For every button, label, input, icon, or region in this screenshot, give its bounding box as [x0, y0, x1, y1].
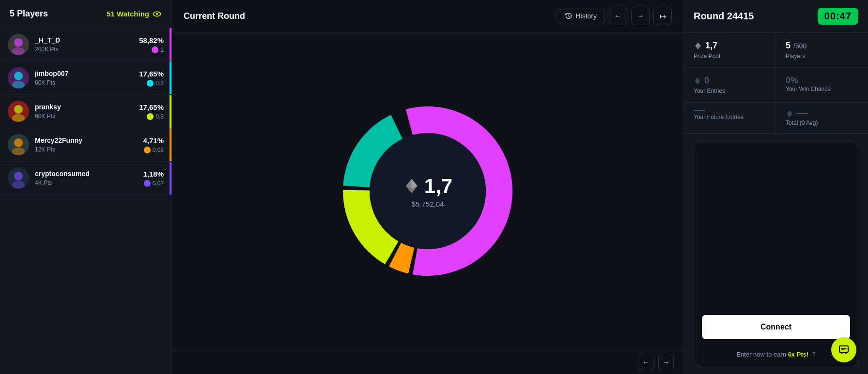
svg-marker-14 [412, 179, 418, 189]
timer: 00:47 [818, 8, 858, 25]
connect-inner [694, 142, 858, 307]
eth-dot [144, 180, 151, 187]
player-pts: 60K Pts [35, 79, 139, 86]
player-right: 58,82% 1 [139, 36, 164, 53]
player-eth-value: 0,08 [153, 147, 164, 153]
player-item[interactable]: Mercy22Funny12K Pts 4,71% 0,08 [0, 128, 171, 162]
player-eth-value: 1 [160, 46, 164, 53]
svg-point-10 [14, 172, 23, 180]
future-dash [694, 110, 705, 111]
connect-button[interactable]: Connect [702, 315, 850, 339]
player-item[interactable]: _H_T_D200K Pts 58,82% 1 [0, 28, 171, 61]
entries-cell: 0 Your Entries [684, 68, 776, 103]
player-pts: 60K Pts [35, 113, 139, 120]
player-pts: 12K Pts [35, 146, 143, 153]
player-avatar [8, 167, 29, 189]
color-bar [170, 95, 171, 128]
svg-point-4 [14, 72, 23, 80]
total-value [786, 110, 858, 118]
player-pct: 58,82% [139, 36, 164, 45]
eth-icon-total [786, 110, 793, 118]
svg-point-3 [12, 47, 25, 55]
player-pct: 17,65% [139, 70, 164, 78]
player-avatar [8, 34, 29, 55]
question-icon[interactable]: ? [812, 351, 816, 358]
player-pct: 4,71% [143, 136, 164, 145]
prev-button[interactable]: ← [609, 7, 627, 25]
svg-point-8 [14, 138, 23, 147]
svg-point-7 [12, 114, 25, 122]
eth-dot [147, 80, 154, 87]
svg-point-2 [14, 38, 23, 47]
left-header: 5 Players 51 Watching [0, 0, 171, 28]
eye-icon [152, 9, 162, 19]
player-info: _H_T_D200K Pts [35, 36, 139, 53]
bottom-bar: ← → [172, 350, 683, 374]
player-item[interactable]: cryptoconsumed4K Pts 1,18% 0,02 [0, 162, 171, 195]
player-name: _H_T_D [35, 36, 139, 44]
next-button[interactable]: → [631, 7, 650, 25]
donut-center: 1,7 $5.752,04 [403, 175, 452, 208]
player-name: Mercy22Funny [35, 136, 143, 144]
chart-area: 1,7 $5.752,04 [172, 32, 683, 350]
last-button[interactable]: ↦ [653, 7, 672, 25]
eth-value: 1,7 [424, 175, 452, 198]
usd-value: $5.752,04 [403, 200, 452, 208]
eth-dot [152, 46, 158, 53]
donut-chart: 1,7 $5.752,04 [336, 99, 520, 283]
total-dash [796, 113, 808, 114]
player-right: 4,71% 0,08 [143, 136, 164, 153]
stats-grid: 1,7 Prize Pool 5/500 Players 0 Your Entr… [684, 33, 868, 103]
player-info: jimbop00760K Pts [35, 70, 139, 86]
player-info: cryptoconsumed4K Pts [35, 170, 143, 186]
earn-text: Enter now to earn [736, 351, 786, 358]
entries-value: 0 [694, 75, 766, 86]
player-name: jimbop007 [35, 70, 139, 77]
player-eth: 0,3 [147, 113, 164, 120]
player-eth: 1 [152, 46, 164, 53]
nav-controls: History ← → ↦ [557, 7, 672, 25]
right-header: Round 24415 00:47 [684, 0, 868, 33]
eth-icon-prize [694, 42, 702, 50]
player-list: _H_T_D200K Pts 58,82% 1 jimbop00760K Pts… [0, 28, 171, 374]
player-avatar [8, 101, 29, 122]
bottom-prev-button[interactable]: ← [638, 355, 653, 370]
win-chance-label: Your Win Chance [786, 86, 858, 92]
right-panel: Round 24415 00:47 1,7 Prize Pool 5/500 P… [684, 0, 868, 374]
players-value: 5/500 [786, 41, 858, 51]
future-stats-grid: Your Future Entries Total (0 Avg) [684, 103, 868, 134]
player-pts: 4K Pts [35, 180, 143, 186]
total-label: Total (0 Avg) [786, 120, 858, 126]
chat-fab[interactable] [831, 337, 856, 362]
eth-icon-entries [694, 77, 701, 85]
history-button[interactable]: History [557, 8, 605, 24]
player-right: 17,65% 0,3 [139, 70, 164, 87]
middle-panel: Current Round History ← → ↦ [172, 0, 684, 374]
eth-amount: 1,7 [403, 175, 452, 198]
player-pct: 17,65% [139, 103, 164, 111]
player-info: pranksy60K Pts [35, 103, 139, 120]
watching-badge: 51 Watching [107, 9, 162, 19]
player-item[interactable]: pranksy60K Pts 17,65% 0,3 [0, 95, 171, 128]
player-eth: 0,08 [144, 147, 164, 153]
prize-pool-cell: 1,7 Prize Pool [684, 33, 776, 68]
svg-point-6 [14, 105, 23, 114]
win-chance-cell: 0% Your Win Chance [776, 68, 868, 103]
left-panel: 5 Players 51 Watching _H_T_D200K Pts 58,… [0, 0, 172, 374]
players-cell: 5/500 Players [776, 33, 868, 68]
bottom-next-button[interactable]: → [658, 355, 674, 370]
prize-pool-value: 1,7 [694, 41, 766, 51]
prize-pool-label: Prize Pool [694, 53, 766, 60]
eth-dot [144, 147, 151, 153]
player-avatar [8, 134, 29, 155]
player-name: cryptoconsumed [35, 170, 143, 178]
entries-label: Your Entries [694, 88, 766, 94]
eth-dot [147, 113, 154, 120]
svg-point-11 [12, 181, 25, 189]
player-item[interactable]: jimbop00760K Pts 17,65% 0,3 [0, 61, 171, 95]
player-info: Mercy22Funny12K Pts [35, 136, 143, 153]
svg-point-5 [12, 81, 25, 89]
svg-rect-21 [839, 346, 848, 352]
player-eth: 0,3 [147, 80, 164, 87]
history-label: History [575, 12, 597, 20]
